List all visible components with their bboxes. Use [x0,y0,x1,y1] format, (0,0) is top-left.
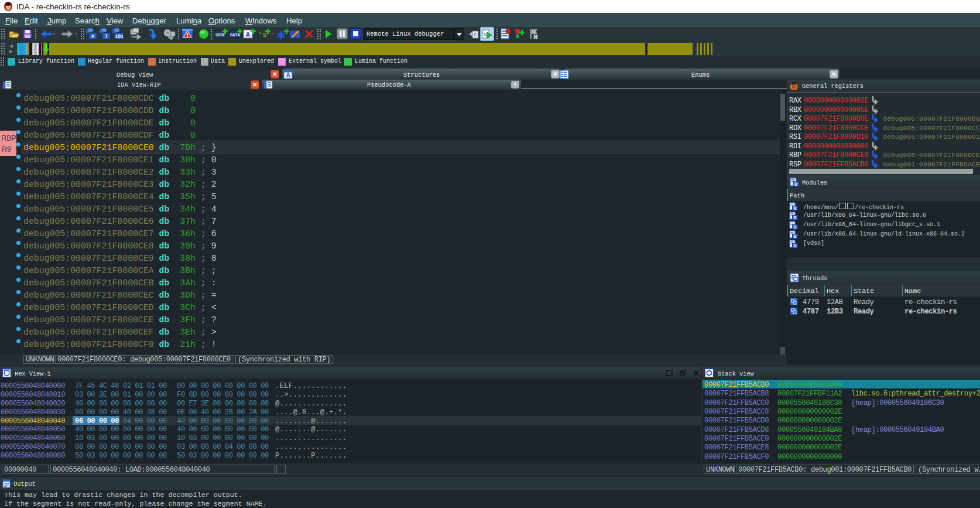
svg-text:CODE: CODE [215,33,225,37]
svg-text:A: A [246,31,251,38]
svg-text:B: B [794,234,796,238]
svg-text:T: T [105,33,108,39]
svg-text:B: B [794,206,796,210]
svg-text:C: C [484,32,487,37]
svg-text:C: C [474,32,477,37]
svg-text:A: A [286,72,290,79]
svg-text:B: B [794,216,796,220]
svg-text:101: 101 [115,33,124,39]
svg-text:B: B [794,225,796,229]
svg-text:B: B [794,182,797,186]
svg-text:B: B [794,244,796,248]
svg-text:#: # [91,33,94,39]
